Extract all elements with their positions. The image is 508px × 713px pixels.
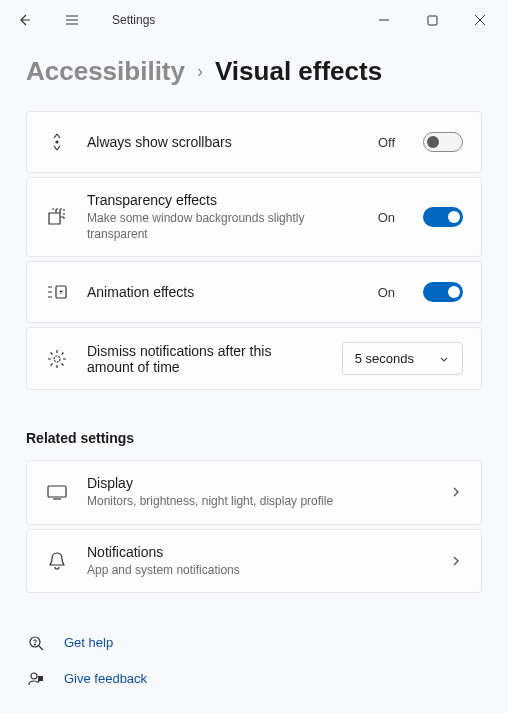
link-description: Monitors, brightness, night light, displ… bbox=[87, 493, 431, 509]
setting-dismiss-notifications: Dismiss notifications after this amount … bbox=[26, 327, 482, 390]
link-label: Get help bbox=[64, 635, 113, 650]
svg-rect-0 bbox=[428, 16, 437, 25]
help-icon bbox=[26, 633, 46, 653]
svg-point-6 bbox=[35, 644, 36, 645]
title-bar: Settings bbox=[0, 0, 508, 40]
setting-animation: Animation effects On bbox=[26, 261, 482, 323]
transparency-toggle[interactable] bbox=[423, 207, 463, 227]
svg-point-3 bbox=[54, 356, 60, 362]
svg-point-7 bbox=[31, 673, 37, 679]
dismiss-duration-dropdown[interactable]: 5 seconds bbox=[342, 342, 463, 375]
nav-menu-button[interactable] bbox=[56, 4, 88, 36]
maximize-icon bbox=[427, 15, 438, 26]
window-controls bbox=[364, 4, 500, 36]
setting-description: Make some window backgrounds slightly tr… bbox=[87, 210, 360, 242]
scrollbars-toggle[interactable] bbox=[423, 132, 463, 152]
minimize-icon bbox=[378, 14, 390, 26]
breadcrumb: Accessibility › Visual effects bbox=[26, 56, 482, 87]
link-title: Display bbox=[87, 475, 431, 491]
title-bar-left: Settings bbox=[8, 4, 155, 36]
maximize-button[interactable] bbox=[412, 4, 452, 36]
related-display[interactable]: Display Monitors, brightness, night ligh… bbox=[26, 460, 482, 524]
setting-scrollbars: Always show scrollbars Off bbox=[26, 111, 482, 173]
brightness-icon bbox=[45, 347, 69, 371]
link-title: Notifications bbox=[87, 544, 431, 560]
toggle-state-label: On bbox=[378, 285, 395, 300]
hamburger-icon bbox=[64, 12, 80, 28]
chevron-right-icon bbox=[449, 485, 463, 499]
animation-icon bbox=[45, 280, 69, 304]
close-icon bbox=[474, 14, 486, 26]
setting-label: Transparency effects bbox=[87, 192, 360, 208]
feedback-icon bbox=[26, 669, 46, 689]
back-button[interactable] bbox=[8, 4, 40, 36]
link-description: App and system notifications bbox=[87, 562, 431, 578]
get-help-link[interactable]: Get help bbox=[26, 633, 482, 653]
related-settings-heading: Related settings bbox=[26, 430, 482, 446]
setting-label: Dismiss notifications after this amount … bbox=[87, 343, 287, 375]
toggle-state-label: On bbox=[378, 210, 395, 225]
breadcrumb-parent[interactable]: Accessibility bbox=[26, 56, 185, 87]
minimize-button[interactable] bbox=[364, 4, 404, 36]
bell-icon bbox=[45, 549, 69, 573]
close-button[interactable] bbox=[460, 4, 500, 36]
chevron-right-icon: › bbox=[197, 61, 203, 82]
link-label: Give feedback bbox=[64, 671, 147, 686]
animation-toggle[interactable] bbox=[423, 282, 463, 302]
give-feedback-link[interactable]: Give feedback bbox=[26, 669, 482, 689]
chevron-down-icon bbox=[438, 353, 450, 365]
toggle-state-label: Off bbox=[378, 135, 395, 150]
page-title: Visual effects bbox=[215, 56, 382, 87]
transparency-icon bbox=[45, 205, 69, 229]
display-icon bbox=[45, 480, 69, 504]
scrollbar-icon bbox=[45, 130, 69, 154]
setting-label: Animation effects bbox=[87, 284, 360, 300]
content-area: Accessibility › Visual effects Always sh… bbox=[0, 40, 508, 709]
help-links: Get help Give feedback bbox=[26, 633, 482, 689]
chevron-right-icon bbox=[449, 554, 463, 568]
svg-rect-4 bbox=[48, 486, 66, 497]
arrow-left-icon bbox=[16, 12, 32, 28]
svg-point-1 bbox=[56, 141, 58, 143]
related-notifications[interactable]: Notifications App and system notificatio… bbox=[26, 529, 482, 593]
setting-transparency: Transparency effects Make some window ba… bbox=[26, 177, 482, 257]
dropdown-value: 5 seconds bbox=[355, 351, 414, 366]
window-title: Settings bbox=[112, 13, 155, 27]
setting-label: Always show scrollbars bbox=[87, 134, 360, 150]
